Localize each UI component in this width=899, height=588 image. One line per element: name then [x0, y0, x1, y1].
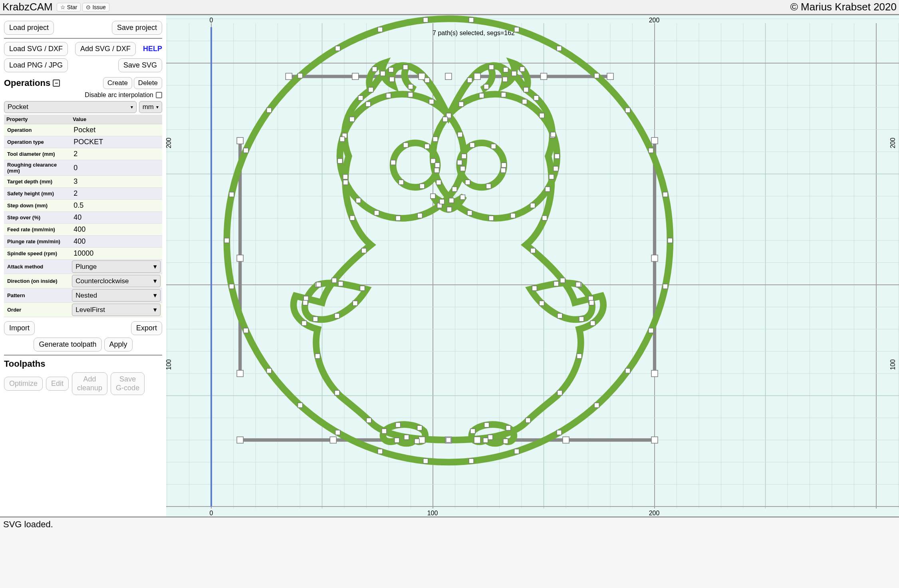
- svg-rect-145: [542, 216, 547, 220]
- unit-select[interactable]: mm ▾: [139, 101, 162, 113]
- property-value[interactable]: Plunge▾: [70, 260, 162, 274]
- github-star-button[interactable]: ☆ Star: [57, 3, 81, 12]
- svg-rect-196: [435, 168, 439, 173]
- collapse-icon[interactable]: −: [53, 79, 60, 87]
- property-select[interactable]: Nested▾: [72, 289, 161, 302]
- generate-toolpath-button[interactable]: Generate toolpath: [34, 338, 101, 352]
- property-row: Feed rate (mm/min)400: [4, 224, 162, 236]
- property-row: Plunge rate (mm/min)400: [4, 236, 162, 248]
- svg-rect-111: [267, 368, 272, 373]
- delete-button[interactable]: Delete: [134, 77, 162, 89]
- property-value[interactable]: 400: [70, 236, 162, 248]
- property-select[interactable]: LevelFirst▾: [72, 304, 161, 316]
- svg-text:200: 200: [166, 138, 172, 149]
- export-button[interactable]: Export: [131, 321, 162, 335]
- property-value[interactable]: 0: [70, 160, 162, 176]
- svg-text:100: 100: [889, 360, 896, 370]
- edit-button[interactable]: Edit: [46, 377, 69, 391]
- property-value[interactable]: 3: [70, 176, 162, 188]
- svg-rect-233: [484, 423, 489, 427]
- disable-arc-label: Disable arc interpolation: [85, 91, 153, 99]
- github-issue-button[interactable]: ⊙ Issue: [82, 3, 109, 12]
- svg-rect-170: [452, 187, 457, 192]
- svg-rect-245: [484, 84, 489, 89]
- svg-rect-106: [244, 148, 248, 153]
- svg-rect-81: [237, 370, 243, 377]
- toolpaths-title: Toolpaths: [4, 359, 45, 369]
- svg-rect-138: [425, 78, 429, 83]
- svg-rect-185: [489, 216, 494, 220]
- canvas-area[interactable]: 01002000100200200100200100 7 path(s) sel…: [166, 15, 899, 516]
- property-row: Attack methodPlunge▾: [4, 260, 162, 274]
- disable-arc-checkbox[interactable]: [156, 92, 162, 98]
- optimize-button[interactable]: Optimize: [4, 377, 43, 391]
- add-cleanup-button[interactable]: Add cleanup: [72, 372, 107, 395]
- load-svg-dxf-button[interactable]: Load SVG / DXF: [4, 42, 68, 56]
- svg-rect-131: [332, 278, 337, 283]
- import-button[interactable]: Import: [4, 321, 35, 335]
- property-value[interactable]: 40: [70, 212, 162, 224]
- svg-rect-237: [389, 77, 394, 82]
- property-value[interactable]: LevelFirst▾: [70, 303, 162, 317]
- save-svg-button[interactable]: Save SVG: [118, 58, 162, 72]
- svg-rect-239: [408, 84, 413, 89]
- property-select[interactable]: Counterclockwise▾: [72, 275, 161, 287]
- svg-rect-157: [429, 99, 434, 104]
- canvas-status: 7 path(s) selected, segs=162: [433, 30, 515, 36]
- svg-rect-171: [460, 166, 465, 171]
- toolpaths-header: Toolpaths: [4, 359, 162, 369]
- chevron-down-icon: ▾: [131, 104, 133, 110]
- svg-rect-141: [503, 68, 508, 72]
- property-value[interactable]: Counterclockwise▾: [70, 274, 162, 288]
- status-bar: SVG loaded.: [0, 517, 899, 531]
- canvas-svg[interactable]: 01002000100200200100200100 7 path(s) sel…: [166, 15, 899, 516]
- svg-rect-183: [449, 198, 454, 203]
- load-png-jpg-button[interactable]: Load PNG / JPG: [4, 58, 68, 72]
- issue-label: Issue: [92, 4, 105, 10]
- property-label: Order: [4, 303, 70, 317]
- svg-rect-84: [651, 370, 658, 377]
- svg-rect-104: [298, 73, 303, 78]
- add-svg-dxf-button[interactable]: Add SVG / DXF: [75, 42, 136, 56]
- svg-rect-154: [462, 154, 466, 159]
- property-value[interactable]: 10000: [70, 248, 162, 260]
- svg-rect-201: [465, 180, 470, 185]
- save-gcode-button[interactable]: Save G-code: [111, 372, 145, 395]
- svg-rect-158: [408, 92, 413, 97]
- create-button[interactable]: Create: [103, 77, 132, 89]
- property-value[interactable]: 2: [70, 188, 162, 200]
- save-project-button[interactable]: Save project: [112, 21, 162, 35]
- svg-rect-184: [467, 211, 472, 215]
- property-value[interactable]: 400: [70, 224, 162, 236]
- property-label: Operation: [4, 124, 70, 136]
- svg-rect-153: [488, 435, 493, 440]
- property-value[interactable]: Pocket: [70, 124, 162, 136]
- property-row: Operation typePOCKET: [4, 136, 162, 148]
- svg-rect-175: [522, 99, 527, 104]
- load-project-button[interactable]: Load project: [4, 21, 54, 35]
- svg-rect-223: [576, 282, 581, 287]
- svg-rect-179: [443, 117, 448, 122]
- property-row: Roughing clearance (mm)0: [4, 160, 162, 176]
- property-value[interactable]: 2: [70, 148, 162, 160]
- svg-rect-199: [470, 143, 474, 147]
- svg-rect-217: [589, 300, 594, 305]
- svg-rect-189: [554, 166, 558, 171]
- svg-rect-240: [524, 87, 528, 92]
- apply-button[interactable]: Apply: [104, 338, 133, 352]
- operation-select[interactable]: Pocket ▾: [4, 101, 137, 113]
- svg-rect-212: [353, 301, 357, 306]
- svg-rect-178: [459, 102, 464, 107]
- svg-rect-167: [396, 216, 401, 220]
- help-link[interactable]: HELP: [143, 45, 162, 53]
- svg-rect-149: [590, 321, 595, 326]
- property-value[interactable]: 0.5: [70, 200, 162, 212]
- svg-rect-116: [469, 459, 474, 463]
- svg-rect-232: [506, 425, 511, 430]
- property-value[interactable]: POCKET: [70, 136, 162, 148]
- property-select[interactable]: Plunge▾: [72, 260, 161, 273]
- property-row: OrderLevelFirst▾: [4, 303, 162, 317]
- property-value[interactable]: Nested▾: [70, 288, 162, 303]
- owl-body[interactable]: [294, 66, 603, 440]
- svg-rect-198: [491, 144, 496, 149]
